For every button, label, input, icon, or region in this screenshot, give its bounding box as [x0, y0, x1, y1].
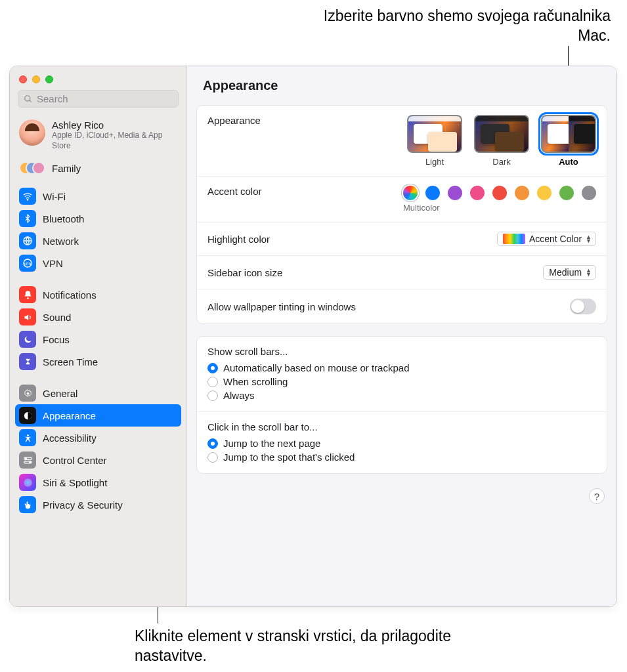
hand-icon — [19, 496, 36, 513]
appearance-label: Appearance — [207, 115, 261, 126]
appearance-option-dark[interactable]: Dark — [474, 115, 529, 167]
radio-button — [207, 452, 218, 463]
appearance-caption: Auto — [559, 157, 578, 167]
radio-label: Jump to the next page — [223, 438, 320, 449]
radio-button — [207, 438, 218, 449]
appearance-thumb-dark — [474, 115, 529, 153]
appearance-option-auto[interactable]: Auto — [541, 115, 596, 167]
radio-option[interactable]: Jump to the next page — [207, 436, 596, 450]
bell-icon — [19, 286, 36, 303]
gear-icon — [19, 385, 36, 402]
accent-purple[interactable] — [448, 186, 462, 200]
family-row[interactable]: Family — [10, 156, 186, 182]
sidebar-item-general[interactable]: General — [15, 382, 181, 404]
svg-text:VPN: VPN — [24, 262, 32, 266]
sidebar-item-siri-spotlight[interactable]: Siri & Spotlight — [15, 471, 181, 494]
accent-multicolor[interactable] — [403, 186, 418, 200]
settings-window: Search Ashley Rico Apple ID, iCloud+, Me… — [9, 66, 617, 607]
globe-icon — [19, 232, 36, 249]
sidebar: Search Ashley Rico Apple ID, iCloud+, Me… — [10, 66, 187, 606]
radio-button — [207, 377, 218, 387]
appearance-thumbs: LightDarkAuto — [407, 115, 596, 167]
sidebar-item-control-center[interactable]: Control Center — [15, 449, 181, 471]
sidebar-item-appearance[interactable]: Appearance — [15, 404, 181, 427]
radio-button — [207, 363, 218, 373]
accent-red[interactable] — [492, 186, 507, 200]
appearance-panel: Appearance LightDarkAuto Accent color Mu… — [196, 105, 607, 324]
apple-id-row[interactable]: Ashley Rico Apple ID, iCloud+, Media & A… — [10, 114, 186, 156]
callout-top: Izberite barvno shemo svojega računalnik… — [322, 7, 611, 46]
radio-option[interactable]: Automatically based on mouse or trackpad — [207, 361, 596, 375]
search-input[interactable]: Search — [18, 90, 179, 108]
appearance-row: Appearance LightDarkAuto — [197, 106, 607, 177]
sidebar-item-label: Privacy & Security — [43, 499, 123, 511]
minimize-button[interactable] — [32, 75, 40, 83]
accent-orange[interactable] — [515, 186, 529, 200]
radio-label: Always — [223, 390, 255, 401]
svg-point-12 — [25, 457, 26, 459]
sidebar-item-wi-fi[interactable]: Wi-Fi — [15, 185, 181, 207]
accent-row: Accent color Multicolor — [197, 177, 607, 222]
scroll-panel: Show scroll bars... Automatically based … — [196, 336, 607, 474]
sidebar-item-sound[interactable]: Sound — [15, 306, 181, 328]
highlight-swatch — [503, 234, 525, 244]
sidebar-item-label: Sound — [43, 312, 71, 323]
appearance-caption: Dark — [492, 157, 510, 167]
radio-option[interactable]: When scrolling — [207, 375, 596, 388]
accent-yellow[interactable] — [537, 186, 551, 200]
svg-point-13 — [29, 461, 30, 463]
tinting-toggle[interactable] — [570, 299, 596, 314]
highlight-label: Highlight color — [207, 234, 270, 245]
sidebar-item-vpn[interactable]: VPNVPN — [15, 252, 181, 274]
accent-blue[interactable] — [425, 186, 440, 200]
zoom-button[interactable] — [45, 75, 53, 83]
appearance-icon — [19, 407, 36, 424]
click-title: Click in the scroll bar to... — [207, 421, 596, 432]
close-button[interactable] — [19, 75, 27, 83]
siri-icon — [19, 474, 36, 491]
sidebar-list: Wi-FiBluetoothNetworkVPNVPNNotifications… — [10, 182, 186, 518]
highlight-popup[interactable]: Accent Color ▲▼ — [497, 232, 596, 246]
radio-button — [207, 390, 218, 401]
sidebar-item-screen-time[interactable]: Screen Time — [15, 350, 181, 373]
sidebar-item-privacy-security[interactable]: Privacy & Security — [15, 494, 181, 516]
sidebar-item-notifications[interactable]: Notifications — [15, 284, 181, 306]
svg-point-0 — [25, 95, 30, 100]
accent-pink[interactable] — [470, 186, 485, 200]
highlight-row: Highlight color Accent Color ▲▼ — [197, 222, 607, 256]
radio-option[interactable]: Always — [207, 388, 596, 402]
sidebar-item-label: Siri & Spotlight — [43, 477, 107, 488]
sound-icon — [19, 308, 36, 326]
bluetooth-icon — [19, 210, 36, 227]
appearance-caption: Light — [425, 157, 444, 167]
accent-caption: Multicolor — [403, 203, 596, 213]
scrollbars-block: Show scroll bars... Automatically based … — [197, 337, 607, 412]
sidebar-item-focus[interactable]: Focus — [15, 328, 181, 350]
appearance-thumb-auto — [541, 115, 596, 153]
radio-label: When scrolling — [223, 376, 288, 387]
scrollbars-title: Show scroll bars... — [207, 346, 596, 357]
appearance-option-light[interactable]: Light — [407, 115, 462, 167]
search-icon — [24, 94, 33, 104]
window-controls — [10, 66, 186, 90]
accent-green[interactable] — [559, 186, 574, 200]
svg-point-14 — [24, 478, 32, 487]
sidebar-size-popup[interactable]: Medium ▲▼ — [543, 265, 596, 280]
radio-option[interactable]: Jump to the spot that's clicked — [207, 450, 596, 464]
sidebar-item-bluetooth[interactable]: Bluetooth — [15, 207, 181, 230]
click-block: Click in the scroll bar to... Jump to th… — [197, 412, 607, 473]
sidebar-item-label: Accessibility — [43, 432, 97, 444]
radio-label: Jump to the spot that's clicked — [223, 452, 355, 463]
sidebar-item-label: Network — [43, 236, 79, 247]
accent-graphite[interactable] — [582, 186, 596, 200]
chevron-updown-icon: ▲▼ — [586, 235, 592, 243]
sidebar-size-label: Sidebar icon size — [207, 267, 282, 278]
radio-label: Automatically based on mouse or trackpad — [223, 362, 409, 373]
sidebar-item-network[interactable]: Network — [15, 230, 181, 252]
sidebar-item-label: Focus — [43, 334, 70, 345]
sidebar-item-accessibility[interactable]: Accessibility — [15, 427, 181, 449]
help-button[interactable]: ? — [589, 488, 605, 504]
highlight-value: Accent Color — [529, 234, 582, 244]
wifi-icon — [19, 188, 36, 205]
sidebar-item-label: Appearance — [43, 410, 96, 421]
